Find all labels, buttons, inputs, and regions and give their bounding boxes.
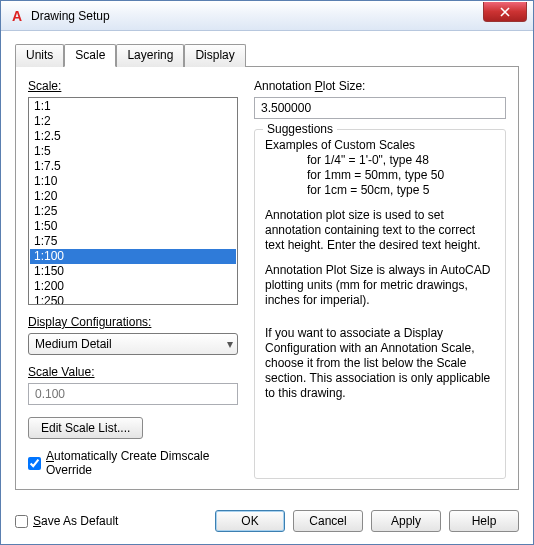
- scale-value-input[interactable]: [28, 383, 238, 405]
- suggestions-legend: Suggestions: [263, 122, 337, 136]
- apply-button[interactable]: Apply: [371, 510, 441, 532]
- save-default-checkbox[interactable]: Save As Default: [15, 514, 118, 528]
- left-column: Scale: 1:11:21:2.51:51:7.51:101:201:251:…: [28, 79, 238, 479]
- suggestions-p3: Annotation Plot Size is always in AutoCA…: [265, 263, 495, 308]
- list-item[interactable]: 1:7.5: [30, 159, 236, 174]
- list-item[interactable]: 1:150: [30, 264, 236, 279]
- list-item[interactable]: 1:10: [30, 174, 236, 189]
- list-item[interactable]: 1:100: [30, 249, 236, 264]
- list-item[interactable]: 1:20: [30, 189, 236, 204]
- suggestions-group: Suggestions Examples of Custom Scales fo…: [254, 129, 506, 479]
- client-area: Units Scale Layering Display Scale: 1:11…: [1, 31, 533, 500]
- list-item[interactable]: 1:1: [30, 99, 236, 114]
- close-icon: [500, 7, 510, 17]
- dialog-footer: Save As Default OK Cancel Apply Help: [1, 500, 533, 544]
- suggestions-examples: Examples of Custom Scales for 1/4" = 1'-…: [265, 138, 495, 198]
- scale-value-label: Scale Value:: [28, 365, 238, 379]
- tab-layering[interactable]: Layering: [116, 44, 184, 67]
- titlebar: A Drawing Setup: [1, 1, 533, 31]
- suggestions-p4: If you want to associate a Display Confi…: [265, 326, 495, 401]
- app-icon: A: [9, 8, 25, 24]
- display-config-label: Display Configurations:: [28, 315, 238, 329]
- scale-label: Scale:: [28, 79, 238, 93]
- save-default-label: Save As Default: [33, 514, 118, 528]
- window-title: Drawing Setup: [31, 9, 110, 23]
- dialog-window: A Drawing Setup Units Scale Layering Dis…: [0, 0, 534, 545]
- tab-scale[interactable]: Scale: [64, 44, 116, 67]
- close-button[interactable]: [483, 2, 527, 22]
- save-default-input[interactable]: [15, 515, 28, 528]
- help-button[interactable]: Help: [449, 510, 519, 532]
- cancel-button[interactable]: Cancel: [293, 510, 363, 532]
- list-item[interactable]: 1:2: [30, 114, 236, 129]
- dimscale-checkbox-label: Automatically Create Dimscale Override: [46, 449, 238, 477]
- list-item[interactable]: 1:5: [30, 144, 236, 159]
- edit-scale-list-button[interactable]: Edit Scale List....: [28, 417, 143, 439]
- list-item[interactable]: 1:200: [30, 279, 236, 294]
- tab-strip: Units Scale Layering Display: [15, 43, 519, 66]
- annotation-plot-size-input[interactable]: [254, 97, 506, 119]
- annotation-label: Annotation Plot Size:: [254, 79, 506, 93]
- list-item[interactable]: 1:2.5: [30, 129, 236, 144]
- tab-display[interactable]: Display: [184, 44, 245, 67]
- chevron-down-icon: ▾: [227, 337, 233, 351]
- dimscale-checkbox-input[interactable]: [28, 457, 41, 470]
- list-item[interactable]: 1:75: [30, 234, 236, 249]
- display-config-combo[interactable]: Medium Detail ▾: [28, 333, 238, 355]
- display-config-value: Medium Detail: [35, 337, 112, 351]
- list-item[interactable]: 1:50: [30, 219, 236, 234]
- right-column: Annotation Plot Size: Suggestions Exampl…: [254, 79, 506, 479]
- tab-units[interactable]: Units: [15, 44, 64, 67]
- suggestions-p2: Annotation plot size is used to set anno…: [265, 208, 495, 253]
- dimscale-override-checkbox[interactable]: Automatically Create Dimscale Override: [28, 449, 238, 477]
- ok-button[interactable]: OK: [215, 510, 285, 532]
- scale-listbox[interactable]: 1:11:21:2.51:51:7.51:101:201:251:501:751…: [28, 97, 238, 305]
- list-item[interactable]: 1:25: [30, 204, 236, 219]
- tab-panel-scale: Scale: 1:11:21:2.51:51:7.51:101:201:251:…: [15, 66, 519, 490]
- list-item[interactable]: 1:250: [30, 294, 236, 305]
